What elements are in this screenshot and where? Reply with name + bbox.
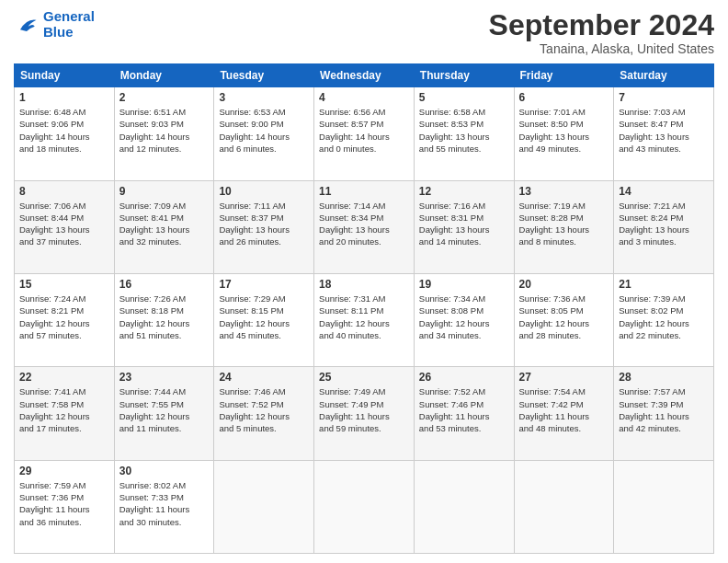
day-number: 17 (219, 278, 309, 291)
day-number: 23 (119, 371, 210, 384)
calendar-cell: 2Sunrise: 6:51 AM Sunset: 9:03 PM Daylig… (114, 87, 214, 180)
day-number: 8 (19, 185, 109, 198)
calendar-cell: 11Sunrise: 7:14 AM Sunset: 8:34 PM Dayli… (314, 180, 415, 273)
calendar-cell: 25Sunrise: 7:49 AM Sunset: 7:49 PM Dayli… (314, 367, 415, 460)
day-info: Sunrise: 7:01 AM Sunset: 8:50 PM Dayligh… (519, 106, 609, 155)
day-info: Sunrise: 7:09 AM Sunset: 8:41 PM Dayligh… (119, 200, 210, 248)
day-number: 7 (619, 91, 709, 104)
calendar-cell: 12Sunrise: 7:16 AM Sunset: 8:31 PM Dayli… (414, 180, 514, 273)
day-number: 6 (519, 91, 609, 104)
calendar-cell: 23Sunrise: 7:44 AM Sunset: 7:55 PM Dayli… (114, 367, 214, 460)
calendar-cell: 20Sunrise: 7:36 AM Sunset: 8:05 PM Dayli… (514, 273, 614, 366)
day-number: 30 (119, 465, 210, 477)
day-header-thursday: Thursday (414, 64, 514, 87)
calendar-cell: 13Sunrise: 7:19 AM Sunset: 8:28 PM Dayli… (514, 180, 614, 273)
day-info: Sunrise: 7:54 AM Sunset: 7:42 PM Dayligh… (519, 385, 609, 434)
day-number: 22 (19, 371, 109, 384)
header: General Blue September 2024 Tanaina, Ala… (14, 9, 714, 56)
calendar-cell: 4Sunrise: 6:56 AM Sunset: 8:57 PM Daylig… (314, 87, 415, 180)
day-number: 18 (319, 278, 409, 291)
day-number: 12 (419, 185, 509, 198)
calendar-cell: 30Sunrise: 8:02 AM Sunset: 7:33 PM Dayli… (114, 460, 214, 553)
day-number: 13 (519, 185, 609, 198)
day-number: 20 (519, 278, 609, 291)
day-info: Sunrise: 7:46 AM Sunset: 7:52 PM Dayligh… (219, 385, 309, 434)
day-info: Sunrise: 8:02 AM Sunset: 7:33 PM Dayligh… (119, 479, 210, 528)
day-info: Sunrise: 7:52 AM Sunset: 7:46 PM Dayligh… (419, 385, 509, 434)
calendar-header-row: SundayMondayTuesdayWednesdayThursdayFrid… (15, 64, 714, 87)
day-header-monday: Monday (114, 64, 214, 87)
calendar-cell: 21Sunrise: 7:39 AM Sunset: 8:02 PM Dayli… (614, 273, 714, 366)
calendar-cell (514, 460, 614, 553)
day-info: Sunrise: 7:24 AM Sunset: 8:21 PM Dayligh… (19, 293, 109, 341)
calendar-week-1: 1Sunrise: 6:48 AM Sunset: 9:06 PM Daylig… (15, 87, 714, 180)
day-number: 15 (19, 278, 109, 291)
day-number: 3 (219, 91, 309, 104)
calendar-week-2: 8Sunrise: 7:06 AM Sunset: 8:44 PM Daylig… (15, 180, 714, 273)
day-header-friday: Friday (514, 64, 614, 87)
calendar-cell: 18Sunrise: 7:31 AM Sunset: 8:11 PM Dayli… (314, 273, 415, 366)
calendar-cell: 1Sunrise: 6:48 AM Sunset: 9:06 PM Daylig… (15, 87, 115, 180)
day-info: Sunrise: 7:11 AM Sunset: 8:37 PM Dayligh… (219, 200, 309, 248)
day-number: 16 (119, 278, 210, 291)
day-number: 28 (619, 371, 709, 384)
logo: General Blue (14, 9, 95, 40)
day-number: 14 (619, 185, 709, 198)
calendar-cell (614, 460, 714, 553)
calendar-cell: 6Sunrise: 7:01 AM Sunset: 8:50 PM Daylig… (514, 87, 614, 180)
calendar-cell: 28Sunrise: 7:57 AM Sunset: 7:39 PM Dayli… (614, 367, 714, 460)
calendar-week-3: 15Sunrise: 7:24 AM Sunset: 8:21 PM Dayli… (15, 273, 714, 366)
logo-blue: Blue (43, 25, 95, 40)
day-number: 29 (19, 465, 109, 477)
calendar-cell: 19Sunrise: 7:34 AM Sunset: 8:08 PM Dayli… (414, 273, 514, 366)
calendar-cell: 10Sunrise: 7:11 AM Sunset: 8:37 PM Dayli… (214, 180, 314, 273)
day-header-saturday: Saturday (614, 64, 714, 87)
calendar-cell: 3Sunrise: 6:53 AM Sunset: 9:00 PM Daylig… (214, 87, 314, 180)
calendar-cell (314, 460, 415, 553)
day-info: Sunrise: 7:44 AM Sunset: 7:55 PM Dayligh… (119, 385, 210, 434)
calendar-week-4: 22Sunrise: 7:41 AM Sunset: 7:58 PM Dayli… (15, 367, 714, 460)
calendar-cell: 14Sunrise: 7:21 AM Sunset: 8:24 PM Dayli… (614, 180, 714, 273)
day-info: Sunrise: 7:59 AM Sunset: 7:36 PM Dayligh… (19, 479, 109, 528)
day-info: Sunrise: 7:31 AM Sunset: 8:11 PM Dayligh… (319, 293, 409, 341)
day-info: Sunrise: 6:53 AM Sunset: 9:00 PM Dayligh… (219, 106, 309, 155)
calendar-cell (214, 460, 314, 553)
day-header-tuesday: Tuesday (214, 64, 314, 87)
title-block: September 2024 Tanaina, Alaska, United S… (489, 9, 714, 56)
day-header-wednesday: Wednesday (314, 64, 415, 87)
day-info: Sunrise: 7:16 AM Sunset: 8:31 PM Dayligh… (419, 200, 509, 248)
calendar-cell: 7Sunrise: 7:03 AM Sunset: 8:47 PM Daylig… (614, 87, 714, 180)
day-info: Sunrise: 6:51 AM Sunset: 9:03 PM Dayligh… (119, 106, 210, 155)
calendar-cell: 5Sunrise: 6:58 AM Sunset: 8:53 PM Daylig… (414, 87, 514, 180)
location: Tanaina, Alaska, United States (489, 41, 714, 56)
logo-general: General (43, 8, 95, 24)
logo-icon (14, 12, 40, 38)
day-info: Sunrise: 7:21 AM Sunset: 8:24 PM Dayligh… (619, 200, 709, 248)
calendar-table: SundayMondayTuesdayWednesdayThursdayFrid… (14, 63, 714, 554)
day-number: 10 (219, 185, 309, 198)
calendar-cell: 15Sunrise: 7:24 AM Sunset: 8:21 PM Dayli… (15, 273, 115, 366)
day-info: Sunrise: 7:57 AM Sunset: 7:39 PM Dayligh… (619, 385, 709, 434)
day-number: 24 (219, 371, 309, 384)
day-info: Sunrise: 6:58 AM Sunset: 8:53 PM Dayligh… (419, 106, 509, 155)
day-info: Sunrise: 7:49 AM Sunset: 7:49 PM Dayligh… (319, 385, 409, 434)
day-number: 11 (319, 185, 409, 198)
day-header-sunday: Sunday (15, 64, 115, 87)
day-info: Sunrise: 7:29 AM Sunset: 8:15 PM Dayligh… (219, 293, 309, 341)
day-info: Sunrise: 7:06 AM Sunset: 8:44 PM Dayligh… (19, 200, 109, 248)
day-info: Sunrise: 7:41 AM Sunset: 7:58 PM Dayligh… (19, 385, 109, 434)
calendar-cell: 27Sunrise: 7:54 AM Sunset: 7:42 PM Dayli… (514, 367, 614, 460)
calendar-cell: 22Sunrise: 7:41 AM Sunset: 7:58 PM Dayli… (15, 367, 115, 460)
calendar-cell: 17Sunrise: 7:29 AM Sunset: 8:15 PM Dayli… (214, 273, 314, 366)
day-number: 4 (319, 91, 409, 104)
calendar-week-5: 29Sunrise: 7:59 AM Sunset: 7:36 PM Dayli… (15, 460, 714, 553)
logo-text: General Blue (43, 9, 95, 40)
day-number: 5 (419, 91, 509, 104)
day-info: Sunrise: 7:03 AM Sunset: 8:47 PM Dayligh… (619, 106, 709, 155)
day-info: Sunrise: 7:14 AM Sunset: 8:34 PM Dayligh… (319, 200, 409, 248)
calendar-cell: 8Sunrise: 7:06 AM Sunset: 8:44 PM Daylig… (15, 180, 115, 273)
day-info: Sunrise: 7:36 AM Sunset: 8:05 PM Dayligh… (519, 293, 609, 341)
day-number: 27 (519, 371, 609, 384)
calendar-page: General Blue September 2024 Tanaina, Ala… (0, 0, 728, 563)
day-info: Sunrise: 7:34 AM Sunset: 8:08 PM Dayligh… (419, 293, 509, 341)
